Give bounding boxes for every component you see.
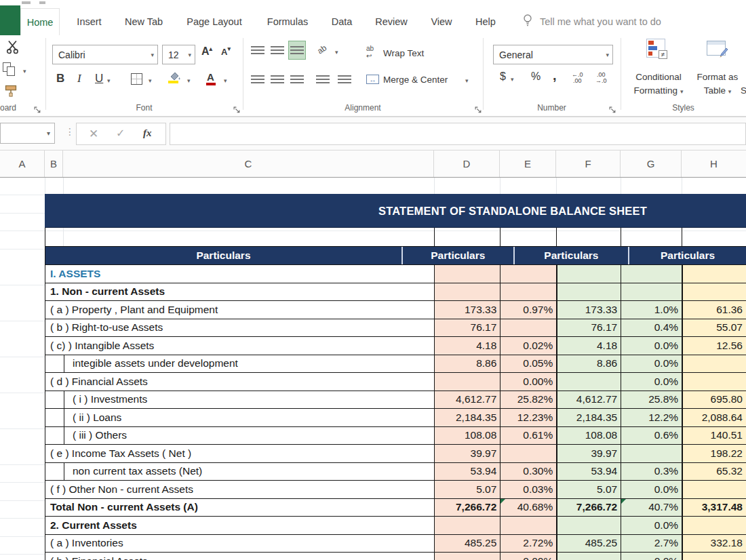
header-particulars-de[interactable]: Particulars xyxy=(401,247,513,264)
cell-h[interactable] xyxy=(682,283,746,301)
increase-decimal-button[interactable]: ←.0 .00 xyxy=(572,72,583,84)
cell-e[interactable]: 0.05% xyxy=(500,355,556,373)
cell-h[interactable]: 61.36 xyxy=(682,301,746,319)
tab-page-layout[interactable]: Page Layout xyxy=(178,8,251,35)
row-label-cell[interactable]: ( a ) Property , Plant and Equipment xyxy=(45,301,434,319)
tab-formulas[interactable]: Formulas xyxy=(259,8,316,35)
cell-g[interactable]: 2.7% xyxy=(621,535,682,553)
cell-d[interactable]: 76.17 xyxy=(434,319,500,337)
decrease-decimal-button[interactable]: .00 →.0 xyxy=(595,72,607,84)
row-label-cell[interactable]: ( i ) Investments xyxy=(45,391,434,409)
name-box[interactable]: ▾ xyxy=(0,123,55,144)
column-header-c[interactable]: C xyxy=(63,151,434,177)
cell-h[interactable]: 12.56 xyxy=(682,337,746,355)
cell-f[interactable]: 76.17 xyxy=(556,319,621,337)
comma-style-button[interactable]: , xyxy=(553,68,557,83)
cell-e[interactable] xyxy=(500,283,556,301)
cell-h[interactable]: 198.22 xyxy=(682,445,746,462)
cell-d[interactable]: 53.94 xyxy=(434,463,500,481)
font-size-dropdown-icon[interactable]: ▾ xyxy=(188,52,195,58)
cell-e[interactable]: 2.72% xyxy=(500,535,556,553)
cell-f[interactable] xyxy=(556,265,621,283)
cell-d[interactable]: 39.97 xyxy=(434,445,500,462)
column-header-h[interactable]: H xyxy=(682,151,746,177)
cell-h[interactable]: 65.32 xyxy=(682,463,746,481)
sheet-title-cell[interactable]: STATEMENT OF STANDALONE BALANCE SHEET xyxy=(45,194,746,228)
cell-d[interactable] xyxy=(434,373,500,391)
cell-f[interactable] xyxy=(556,283,621,301)
number-format-select[interactable]: General ▾ xyxy=(493,45,613,64)
cell-f[interactable] xyxy=(556,553,621,560)
cell-e[interactable]: 0.00% xyxy=(500,373,556,391)
header-particulars-c[interactable]: Particulars xyxy=(45,247,401,264)
cut-button[interactable] xyxy=(5,39,20,57)
cell-f[interactable]: 39.97 xyxy=(556,445,621,462)
row-label-cell[interactable]: ( a ) Inventories xyxy=(45,535,434,553)
align-right-button[interactable] xyxy=(289,71,305,88)
decrease-font-size-button[interactable]: A▾ xyxy=(221,45,231,58)
cell-g[interactable]: 0.0% xyxy=(621,355,682,373)
cell-styles-partial-label[interactable]: S xyxy=(741,85,746,96)
font-name-select[interactable]: Calibri ▾ xyxy=(52,45,158,64)
row-label-cell[interactable]: ( c) ) Intangible Assets xyxy=(45,337,434,355)
cell-g[interactable]: 0.6% xyxy=(621,427,682,445)
cell-e[interactable]: 0.03% xyxy=(500,481,556,498)
cell-h[interactable] xyxy=(682,355,746,373)
cell-e[interactable] xyxy=(500,265,556,283)
name-box-dropdown-icon[interactable]: ▾ xyxy=(47,129,50,137)
font-name-dropdown-icon[interactable]: ▾ xyxy=(151,52,157,58)
cell-d[interactable]: 5.07 xyxy=(434,481,500,498)
cell-f[interactable]: 485.25 xyxy=(556,535,621,553)
cell-e[interactable] xyxy=(500,319,556,337)
cell-g[interactable]: 0.0% xyxy=(621,553,682,560)
cell-e[interactable] xyxy=(500,445,556,462)
cell-e[interactable]: 0.97% xyxy=(500,301,556,319)
cell-g[interactable]: 1.0% xyxy=(621,301,682,319)
cell-d[interactable]: 108.08 xyxy=(434,427,500,445)
borders-button[interactable] xyxy=(131,73,142,85)
cell-e[interactable]: 0.02% xyxy=(500,337,556,355)
middle-align-button[interactable] xyxy=(269,41,286,59)
cell-g[interactable]: 0.4% xyxy=(621,319,682,337)
bold-button[interactable]: B xyxy=(56,72,64,85)
column-header-e[interactable]: E xyxy=(500,151,556,177)
copy-button[interactable] xyxy=(3,62,15,76)
underline-button[interactable]: U xyxy=(95,72,103,85)
enter-icon[interactable]: ✓ xyxy=(116,127,125,140)
row-label-cell[interactable]: ( f ) Other Non - current Assets xyxy=(45,481,434,498)
cell-d[interactable] xyxy=(434,283,500,301)
cell-g[interactable] xyxy=(621,445,682,462)
accounting-format-button[interactable]: $ xyxy=(500,71,506,83)
cell-h[interactable]: 55.07 xyxy=(682,319,746,337)
insert-function-icon[interactable]: fx xyxy=(143,127,152,139)
cell-f[interactable]: 4,612.77 xyxy=(556,391,621,409)
wrap-text-button[interactable]: Wrap Text xyxy=(383,48,424,58)
number-format-dropdown-icon[interactable]: ▾ xyxy=(606,52,612,58)
row-label-cell[interactable]: ( b ) Financial Assets xyxy=(45,553,434,560)
cell-g[interactable]: 0.0% xyxy=(621,517,682,534)
cell-e[interactable]: 0.61% xyxy=(500,427,556,445)
orientation-button[interactable]: ab xyxy=(315,43,328,56)
cell-e[interactable] xyxy=(500,517,556,534)
cell-g[interactable]: 0.0% xyxy=(621,337,682,355)
tab-insert[interactable]: Insert xyxy=(71,8,108,35)
cell-g[interactable]: 0.0% xyxy=(621,373,682,391)
fill-color-button[interactable] xyxy=(168,71,181,83)
cell-d[interactable]: 485.25 xyxy=(434,535,500,553)
align-center-button[interactable] xyxy=(269,71,286,88)
row-label-cell[interactable]: 2. Current Assets xyxy=(45,517,434,534)
tab-new-tab[interactable]: New Tab xyxy=(118,8,170,35)
cell-e[interactable]: 40.68% xyxy=(500,499,556,517)
cell-f[interactable]: 4.18 xyxy=(556,337,621,355)
clipboard-dialog-launcher[interactable] xyxy=(34,104,42,113)
cell-h[interactable]: 695.80 xyxy=(682,391,746,409)
cell-f[interactable]: 2,184.35 xyxy=(556,409,621,426)
cell-d[interactable] xyxy=(434,265,500,283)
cell-h[interactable] xyxy=(682,265,746,283)
cell-h[interactable]: 2,088.64 xyxy=(682,409,746,426)
underline-dropdown-icon[interactable]: ▾ xyxy=(107,77,111,84)
cell-e[interactable]: 12.23% xyxy=(500,409,556,426)
header-particulars-fg[interactable]: Particulars xyxy=(513,247,628,264)
cell-f[interactable]: 8.86 xyxy=(556,355,621,373)
cell-d[interactable] xyxy=(434,553,500,560)
